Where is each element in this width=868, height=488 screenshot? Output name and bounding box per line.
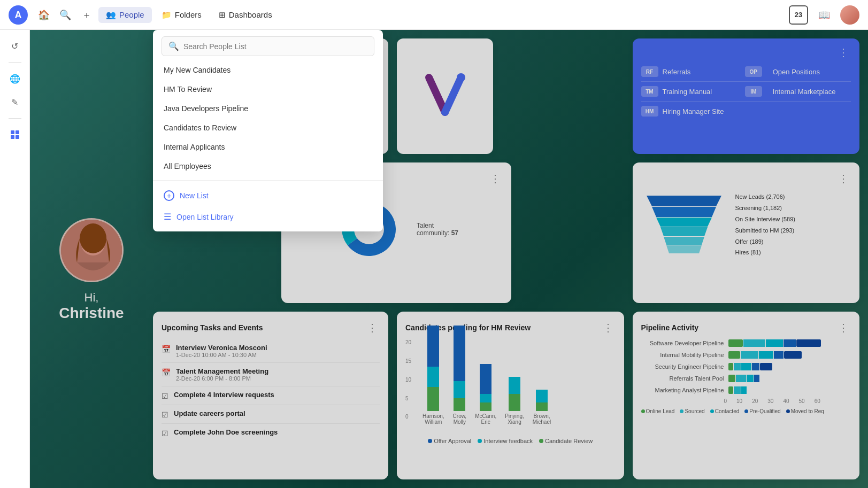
svg-text:A: A — [15, 10, 22, 20]
dropdown-item-internal-applicants[interactable]: Internal Applicants — [153, 137, 383, 157]
top-nav: A 🏠 🔍 ＋ 👥 People 📁 Folders ⊞ Dashboards … — [0, 0, 868, 30]
plus-circle-icon: + — [164, 190, 174, 201]
dropdown-item-java[interactable]: Java Developers Pipeline — [153, 99, 383, 118]
home-button[interactable]: 🏠 — [34, 5, 53, 25]
globe-icon[interactable]: 🌐 — [5, 69, 25, 88]
tag-icon[interactable]: ✎ — [5, 92, 25, 112]
svg-rect-5 — [16, 135, 19, 139]
people-tab[interactable]: 👥 People — [98, 7, 152, 23]
dropdown-item-label: Java Developers Pipeline — [164, 104, 248, 113]
content-area: Hi, Christine 🔍 My New Candidates HM To … — [30, 30, 868, 488]
dropdown-item-label: Candidates to Review — [164, 123, 236, 132]
folders-tab-icon: 📁 — [162, 10, 172, 20]
svg-rect-3 — [16, 130, 19, 134]
svg-rect-2 — [11, 130, 14, 134]
dropdown-item-label: Internal Applicants — [164, 143, 225, 151]
dropdown-item-label: My New Candidates — [164, 66, 231, 74]
dropdown-item-hm-to-review[interactable]: HM To Review — [153, 80, 383, 99]
folders-tab[interactable]: 📁 Folders — [154, 7, 209, 23]
grid-icon[interactable] — [5, 125, 25, 144]
people-dropdown: 🔍 My New Candidates HM To Review Java De… — [153, 30, 383, 231]
dashboards-tab-icon: ⊞ — [219, 10, 226, 20]
svg-rect-4 — [11, 135, 14, 139]
app-logo[interactable]: A — [9, 5, 28, 25]
user-avatar[interactable] — [840, 5, 859, 25]
search-input[interactable] — [183, 42, 367, 51]
people-tab-label: People — [119, 10, 144, 19]
dropdown-divider — [153, 180, 383, 181]
dashboards-tab[interactable]: ⊞ Dashboards — [211, 7, 280, 23]
dropdown-item-my-new-candidates[interactable]: My New Candidates — [153, 60, 383, 80]
open-list-library-button[interactable]: ☰ Open List Library — [153, 206, 383, 227]
dashboards-tab-label: Dashboards — [229, 10, 272, 19]
search-box[interactable]: 🔍 — [162, 36, 374, 56]
calendar-widget[interactable]: 23 — [789, 5, 808, 25]
search-icon: 🔍 — [168, 41, 179, 51]
dropdown-item-label: HM To Review — [164, 85, 212, 94]
sidebar-divider-2 — [9, 118, 21, 119]
list-icon: ☰ — [164, 212, 171, 222]
dropdown-item-all-employees[interactable]: All Employees — [153, 157, 383, 176]
add-button[interactable]: ＋ — [77, 5, 96, 25]
left-sidebar: ↺ 🌐 ✎ — [0, 30, 30, 488]
dropdown-item-label: All Employees — [164, 162, 211, 171]
new-list-button[interactable]: + New List — [153, 185, 383, 206]
history-icon[interactable]: ↺ — [5, 36, 25, 56]
people-tab-icon: 👥 — [106, 10, 116, 20]
sidebar-divider-1 — [9, 62, 21, 63]
nav-right: 23 📖 — [789, 5, 859, 25]
main-layout: ↺ 🌐 ✎ — [0, 30, 868, 488]
dropdown-item-candidates-review[interactable]: Candidates to Review — [153, 118, 383, 137]
folders-tab-label: Folders — [175, 10, 202, 19]
book-button[interactable]: 📖 — [815, 5, 834, 25]
search-button[interactable]: 🔍 — [56, 5, 75, 25]
